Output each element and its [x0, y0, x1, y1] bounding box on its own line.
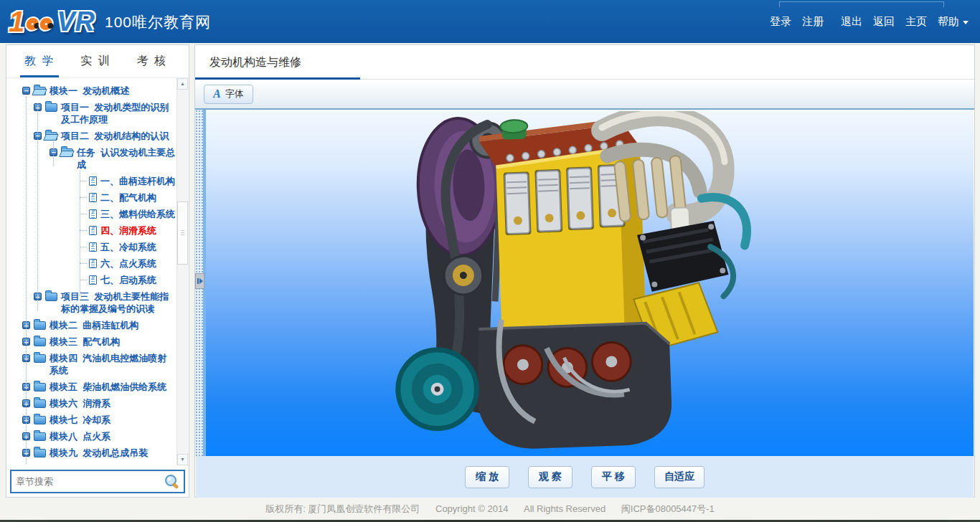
site-name: 100唯尔教育网	[105, 12, 211, 32]
tree-node-icon	[89, 226, 97, 235]
tree-node-label[interactable]: 模块四 汽油机电控燃油喷射系统	[50, 352, 176, 376]
tree-node-label[interactable]: 项目二 发动机结构的认识	[61, 130, 169, 142]
magnifier-icon[interactable]	[164, 474, 181, 490]
copyright-text: Copyright © 2014	[435, 503, 508, 514]
tab-engine-course[interactable]: 发动机构造与维修	[195, 45, 360, 80]
logo-zero-eye-icon	[39, 18, 53, 30]
tree-connector-line	[26, 97, 27, 464]
tree-node[interactable]: + 模块五 柴油机燃油供给系统	[14, 379, 176, 395]
font-button-label: 字体	[225, 87, 244, 100]
tree-node-icon	[34, 399, 46, 408]
tree-node-icon	[34, 416, 46, 424]
nav-link[interactable]: 登录	[770, 15, 791, 29]
tree-node-label[interactable]: 模块二 曲柄连缸机构	[50, 319, 138, 331]
tree-node[interactable]: + 模块二 曲柄连缸机构	[14, 317, 176, 333]
sidebar-tab[interactable]: 教 学	[22, 54, 57, 77]
tree-connector-line	[37, 103, 38, 310]
footer: 版权所有: 厦门凤凰创壹软件有限公司 Copyright © 2014 All …	[0, 498, 980, 520]
sidebar-tab[interactable]: 实 训	[78, 54, 113, 77]
logo-zero-eye-icon	[26, 18, 39, 30]
sidebar-tabs: 教 学 实 训 考 核	[6, 45, 189, 78]
chapter-tree: − 模块一 发动机概述 + 项目一 发动机类型的识别及工作原理 − 项目二 发动…	[6, 78, 176, 465]
site-logo[interactable]: 1 VR	[9, 6, 95, 37]
tree-node[interactable]: − 模块一 发动机概述	[14, 82, 176, 99]
viewer-control-button[interactable]: 观 察	[528, 466, 573, 488]
tree-node[interactable]: + 模块九 发动机总成吊装	[14, 445, 176, 461]
logo-text-1: 1	[9, 6, 24, 38]
tree-node-icon	[89, 242, 97, 252]
tree-connector-line	[53, 142, 54, 166]
font-button[interactable]: A 字体	[204, 85, 253, 104]
nav-link[interactable]: 退出	[841, 15, 862, 29]
tree-scrollbar[interactable]: ▲ ▼	[176, 78, 188, 465]
tree-node-label[interactable]: 项目三 发动机主要性能指标的掌握及编号的识读	[61, 290, 176, 315]
tree-node-icon	[61, 148, 73, 157]
sidebar: 教 学 实 训 考 核 − 模块一 发动机概述 + 项目一 发动机类型的识别及工…	[6, 44, 189, 498]
tree-node-icon	[89, 209, 97, 219]
tree-node-label[interactable]: 四、润滑系统	[100, 224, 156, 237]
nav-link[interactable]: 主页	[905, 15, 927, 29]
copyright-text: 版权所有: 厦门凤凰创壹软件有限公司	[265, 503, 420, 514]
tree-node-icon	[89, 275, 97, 285]
tree-node-label[interactable]: 项目一 发动机类型的识别及工作原理	[61, 101, 176, 125]
chevron-down-icon	[963, 21, 969, 24]
tree-node-label[interactable]: 模块一 发动机概述	[50, 85, 129, 97]
tree-toggle-icon[interactable]: −	[22, 87, 30, 95]
logo-text-vr: VR	[57, 6, 95, 37]
viewer-toolbar: A 字体	[195, 80, 974, 110]
tree-node-label[interactable]: 模块五 柴油机燃油供给系统	[50, 381, 166, 393]
font-a-icon: A	[213, 87, 221, 100]
scrollbar-thumb[interactable]	[177, 201, 188, 265]
header: 1 VR 100唯尔教育网 登录 注册 退出 返回 主页 帮助	[0, 0, 980, 43]
tree-node[interactable]: + 模块六 润滑系	[14, 395, 176, 412]
tree-node-icon	[34, 383, 46, 392]
viewer-control-button[interactable]: 平 移	[591, 466, 636, 488]
tree-node-icon	[45, 132, 57, 141]
tree-node[interactable]: + 模块八 点火系	[14, 428, 176, 445]
nav-link[interactable]: 注册	[802, 15, 824, 29]
tree-node-label[interactable]: 模块八 点火系	[50, 430, 110, 442]
tree-node-icon	[89, 176, 97, 186]
tree-node-icon	[89, 259, 97, 268]
tree-node-icon	[34, 432, 46, 441]
sidebar-collapse-handle[interactable]	[195, 273, 204, 289]
tree-node-label[interactable]: 模块三 配气机构	[50, 336, 120, 348]
tree-node-icon	[34, 321, 46, 330]
main-panel: 发动机构造与维修 A 字体	[194, 44, 975, 498]
nav-link[interactable]: 帮助	[938, 15, 969, 29]
tree-node[interactable]: + 模块四 汽油机电控燃油喷射系统	[14, 350, 176, 379]
tree-node-label[interactable]: 二、配气机构	[100, 191, 156, 204]
viewer-controls: 缩 放 观 察 平 移 自适应	[196, 456, 974, 498]
sidebar-tab[interactable]: 考 核	[135, 54, 169, 77]
copyright-text: 闽ICP备08005447号-1	[621, 503, 715, 514]
content-tab-row: 发动机构造与维修	[195, 45, 974, 80]
tree-node-label[interactable]: 六、点火系统	[100, 257, 156, 270]
scroll-down-icon[interactable]: ▼	[177, 454, 188, 465]
collapse-arrow-icon	[199, 278, 203, 284]
tree-node-label[interactable]: 三、燃料供给系统	[100, 208, 175, 220]
tree-node-icon	[34, 354, 46, 363]
engine-illustration	[392, 111, 780, 454]
nav-link[interactable]: 返回	[873, 15, 895, 29]
tree-node[interactable]: + 模块三 配气机构	[14, 333, 176, 350]
scroll-up-icon[interactable]: ▲	[177, 78, 188, 90]
tree-node-label[interactable]: 一、曲柄连杆机构	[100, 175, 175, 187]
collapse-arrow-icon	[197, 278, 199, 284]
viewer-control-button[interactable]: 自适应	[654, 466, 705, 488]
tree-node-label[interactable]: 模块七 冷却系	[50, 414, 110, 426]
engine-3d-viewport[interactable]	[203, 110, 974, 456]
tree-node-label[interactable]: 五、冷却系统	[100, 241, 156, 253]
tree-node-label[interactable]: 模块六 润滑系	[50, 397, 110, 409]
copyright-text: All Rights Reserved	[524, 503, 606, 514]
tree-node-icon	[34, 87, 46, 95]
search-input[interactable]	[11, 476, 164, 487]
tree-node-icon	[45, 103, 57, 112]
viewer-control-button[interactable]: 缩 放	[465, 466, 509, 488]
tree-node-label[interactable]: 任务 认识发动机主要总成	[77, 146, 176, 171]
tree-node[interactable]: + 模块七 冷却系	[14, 412, 176, 428]
tree-node-icon	[34, 338, 46, 346]
tree-node-label[interactable]: 模块九 发动机总成吊装	[50, 447, 148, 459]
tree-node-label[interactable]: 七、启动系统	[100, 274, 156, 286]
chapter-search-box	[10, 470, 185, 493]
tree-connector-line	[80, 171, 80, 296]
